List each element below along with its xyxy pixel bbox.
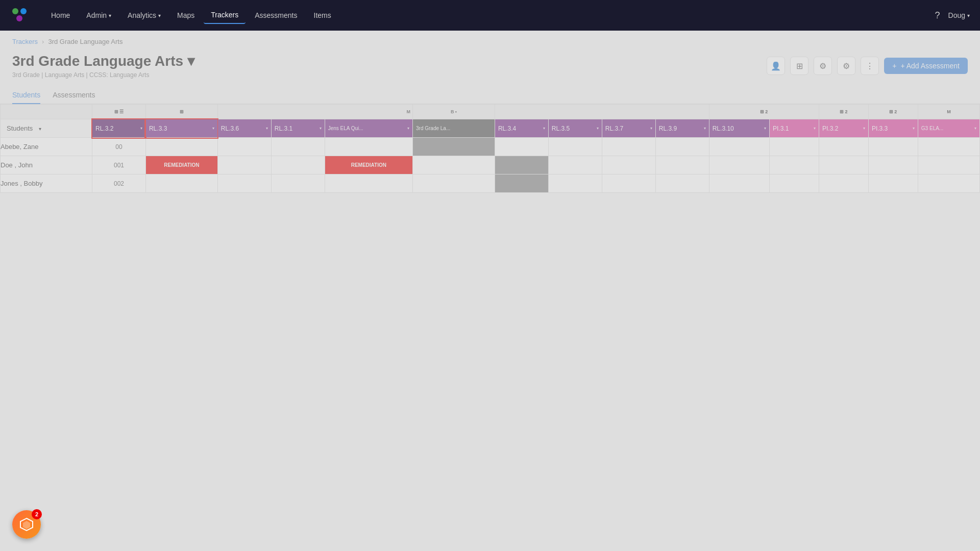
user-chevron-icon: ▾: [967, 13, 970, 18]
logo[interactable]: [10, 6, 29, 24]
user-menu[interactable]: Doug ▾: [948, 11, 970, 19]
nav-right: ? Doug ▾: [935, 10, 970, 21]
svg-point-1: [20, 8, 27, 14]
admin-chevron-icon: ▾: [109, 13, 111, 18]
nav-trackers[interactable]: Trackers: [204, 7, 246, 24]
nav-items[interactable]: Items: [307, 7, 338, 23]
navbar: Home Admin ▾ Analytics ▾ Maps Trackers A…: [0, 0, 980, 31]
help-icon[interactable]: ?: [935, 10, 940, 21]
nav-home[interactable]: Home: [44, 7, 77, 23]
analytics-chevron-icon: ▾: [158, 13, 161, 18]
nav-analytics[interactable]: Analytics ▾: [120, 7, 168, 23]
nav-links: Home Admin ▾ Analytics ▾ Maps Trackers A…: [44, 7, 920, 24]
svg-point-2: [16, 15, 22, 21]
nav-assessments[interactable]: Assessments: [248, 7, 304, 23]
nav-maps[interactable]: Maps: [170, 7, 202, 23]
svg-point-0: [12, 8, 18, 14]
nav-admin[interactable]: Admin ▾: [79, 7, 118, 23]
